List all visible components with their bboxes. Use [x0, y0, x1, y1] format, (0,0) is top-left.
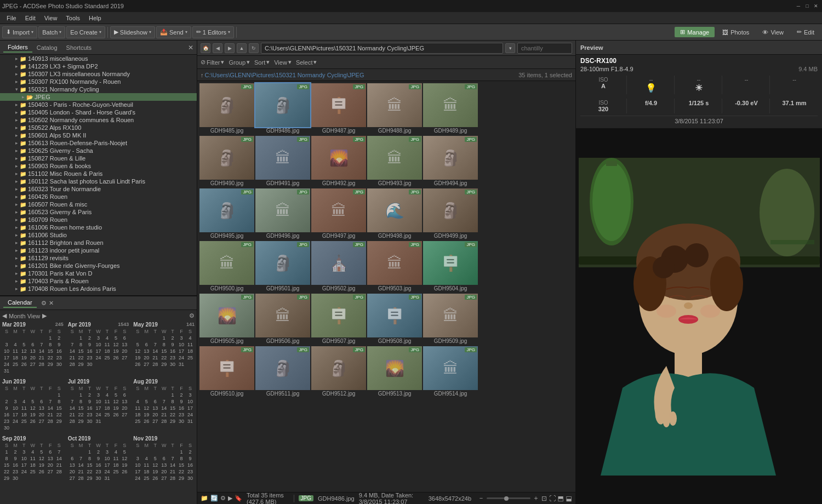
- calendar-next-icon[interactable]: ▶: [42, 312, 47, 319]
- calendar-day[interactable]: 4: [111, 449, 120, 455]
- thumbnail-cell[interactable]: JPG🪧GDH9508.jpg: [367, 294, 422, 344]
- calendar-day[interactable]: 12: [142, 405, 151, 411]
- calendar-day[interactable]: 7: [168, 455, 177, 462]
- calendar-day[interactable]: 12: [111, 398, 120, 405]
- calendar-day[interactable]: 30: [168, 361, 177, 368]
- calendar-day[interactable]: 28: [68, 361, 77, 368]
- folder-tree-item[interactable]: ▸📁150307 LX3 miscellaneous Normandy: [0, 70, 197, 78]
- calendar-day[interactable]: 26: [28, 418, 37, 425]
- calendar-day[interactable]: 9: [2, 405, 11, 411]
- calendar-day[interactable]: 7: [159, 398, 168, 405]
- calendar-day[interactable]: 16: [177, 405, 186, 411]
- tree-expand-icon[interactable]: ▸: [20, 94, 26, 100]
- thumbnail-cell[interactable]: JPG🪧GDH9510.jpg: [199, 346, 254, 397]
- calendar-day[interactable]: 18: [20, 411, 28, 418]
- calendar-day[interactable]: 5: [28, 398, 37, 405]
- calendar-day[interactable]: 7: [46, 398, 55, 405]
- calendar-day[interactable]: 26: [151, 475, 159, 482]
- calendar-day[interactable]: 18: [186, 348, 195, 354]
- calendar-day[interactable]: 12: [120, 455, 129, 462]
- calendar-day[interactable]: 21: [168, 468, 177, 475]
- calendar-day[interactable]: 4: [28, 449, 37, 455]
- calendar-day[interactable]: 23: [85, 411, 94, 418]
- calendar-day[interactable]: 22: [2, 468, 11, 475]
- calendar-day[interactable]: 30: [186, 475, 195, 482]
- tree-expand-icon[interactable]: ▸: [13, 171, 20, 176]
- calendar-day[interactable]: 23: [85, 354, 94, 361]
- calendar-close[interactable]: ✕: [49, 300, 54, 307]
- calendar-day[interactable]: 29: [177, 475, 186, 482]
- calendar-day[interactable]: 21: [68, 411, 77, 418]
- calendar-day[interactable]: 8: [177, 455, 186, 462]
- calendar-day[interactable]: 4: [133, 398, 142, 405]
- calendar-day[interactable]: 24: [102, 468, 111, 475]
- calendar-day[interactable]: 15: [55, 405, 64, 411]
- folder-tree-item[interactable]: ▸📁150502 Normandy communes & Rouen: [0, 116, 197, 124]
- tree-expand-icon[interactable]: ▸: [13, 179, 20, 184]
- calendar-day[interactable]: 6: [120, 335, 129, 341]
- calendar-day[interactable]: 30: [85, 418, 94, 425]
- calendar-day[interactable]: 29: [168, 418, 177, 425]
- calendar-day[interactable]: 3: [133, 455, 142, 462]
- calendar-day[interactable]: 21: [46, 411, 55, 418]
- thumbnail-cell[interactable]: JPG🏛GDH9500.jpg: [199, 241, 254, 291]
- tree-expand-icon[interactable]: ▸: [13, 286, 20, 291]
- calendar-day[interactable]: 9: [177, 398, 186, 405]
- tree-expand-icon[interactable]: ▸: [13, 148, 20, 153]
- calendar-day[interactable]: 26: [111, 354, 120, 361]
- calendar-day[interactable]: 5: [111, 392, 120, 398]
- status-action-icon4[interactable]: ▶: [228, 495, 232, 502]
- path-input[interactable]: [261, 43, 503, 54]
- calendar-day[interactable]: 29: [85, 475, 94, 482]
- calendar-day[interactable]: 14: [68, 348, 77, 354]
- calendar-day[interactable]: 27: [151, 418, 159, 425]
- folder-tree-item[interactable]: ▸📁150601 Alps 5D MK II: [0, 131, 197, 139]
- calendar-day[interactable]: 17: [2, 354, 11, 361]
- folder-tree-item[interactable]: ▸📁150613 Rouen-Defense-Paris-Noojet: [0, 139, 197, 147]
- calendar-day[interactable]: 13: [151, 405, 159, 411]
- send-button[interactable]: 📤 Send ▾: [156, 26, 191, 38]
- calendar-day[interactable]: 14: [77, 462, 85, 468]
- calendar-day[interactable]: 31: [94, 418, 103, 425]
- calendar-day[interactable]: 7: [68, 341, 77, 348]
- thumbnail-cell[interactable]: JPG🌄GDH9513.jpg: [367, 346, 422, 397]
- filter-button[interactable]: ⊘ Filter ▾: [201, 59, 224, 66]
- calendar-day[interactable]: 29: [77, 418, 85, 425]
- calendar-day[interactable]: 13: [120, 398, 129, 405]
- calendar-day[interactable]: 15: [77, 348, 85, 354]
- menu-tools[interactable]: Tools: [61, 14, 84, 22]
- calendar-day[interactable]: 28: [37, 361, 46, 368]
- calendar-day[interactable]: 31: [2, 368, 11, 374]
- calendar-day[interactable]: 19: [142, 411, 151, 418]
- calendar-day[interactable]: 12: [111, 341, 120, 348]
- calendar-day[interactable]: 28: [46, 418, 55, 425]
- calendar-day[interactable]: 3: [20, 449, 28, 455]
- calendar-day[interactable]: 4: [102, 392, 111, 398]
- calendar-day[interactable]: 19: [133, 354, 142, 361]
- calendar-day[interactable]: 11: [111, 455, 120, 462]
- calendar-day[interactable]: 20: [28, 354, 37, 361]
- edit-mode-button[interactable]: ✏ Edit: [791, 27, 820, 37]
- calendar-day[interactable]: 28: [151, 361, 159, 368]
- tree-expand-icon[interactable]: ▸: [13, 263, 20, 268]
- calendar-day[interactable]: 19: [28, 411, 37, 418]
- thumbnail-cell[interactable]: JPG🌄GDH9492.jpg: [311, 136, 366, 186]
- calendar-day[interactable]: 28: [77, 475, 85, 482]
- calendar-day[interactable]: 17: [94, 405, 103, 411]
- thumbnail-cell[interactable]: JPG🏛GDH9509.jpg: [423, 294, 478, 344]
- tree-expand-icon[interactable]: ▸: [13, 110, 20, 115]
- folder-tree-item[interactable]: ▸📁170403 Paris & Rouen: [0, 277, 197, 285]
- calendar-day[interactable]: 16: [186, 462, 195, 468]
- calendar-day[interactable]: 14: [55, 455, 64, 462]
- tree-expand-icon[interactable]: ▸: [13, 240, 20, 245]
- calendar-day[interactable]: 12: [28, 405, 37, 411]
- calendar-day[interactable]: 24: [94, 411, 103, 418]
- calendar-day[interactable]: 16: [94, 462, 103, 468]
- calendar-day[interactable]: 12: [133, 348, 142, 354]
- calendar-day[interactable]: 3: [102, 449, 111, 455]
- manage-mode-button[interactable]: ⊞ Manage: [675, 27, 715, 37]
- calendar-day[interactable]: 23: [186, 468, 195, 475]
- nav-refresh-button[interactable]: ↻: [249, 43, 259, 53]
- thumbnail-cell[interactable]: JPG🪧GDH9507.jpg: [311, 294, 366, 344]
- calendar-day[interactable]: 20: [120, 405, 129, 411]
